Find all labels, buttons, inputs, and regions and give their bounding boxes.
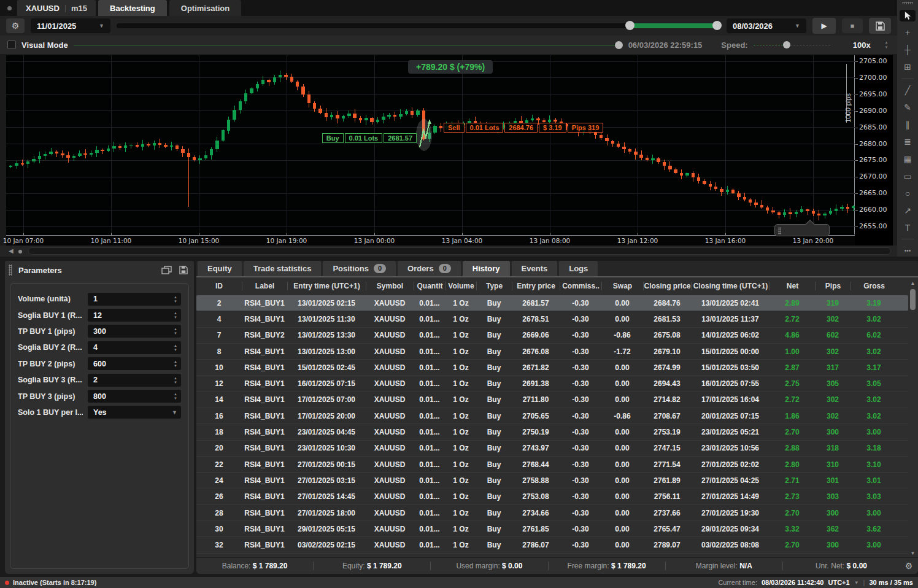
- chart-scrollbar-thumb[interactable]: [28, 247, 891, 255]
- param-stepper-input[interactable]: 800▲▼: [88, 390, 181, 403]
- end-date-select[interactable]: 08/03/2026 ▼: [727, 18, 806, 33]
- param-stepper-input[interactable]: 600▲▼: [88, 357, 181, 370]
- column-header-type[interactable]: Type: [476, 282, 512, 290]
- tab-orders[interactable]: Orders0: [398, 261, 461, 276]
- tab-equity[interactable]: Equity: [198, 261, 242, 276]
- column-header-entry-price[interactable]: Entry price: [512, 282, 560, 290]
- table-row[interactable]: 26RSI4_BUY127/01/2025 14:45XAUUSD0.01...…: [196, 489, 908, 505]
- freehand-tool-icon[interactable]: ✎: [900, 102, 916, 114]
- column-header-pips[interactable]: Pips: [815, 282, 850, 290]
- table-row[interactable]: 14RSI4_BUY117/01/2025 07:00XAUUSD0.01...…: [196, 392, 908, 408]
- price-axis[interactable]: 2705.002700.002695.002690.002685.002680.…: [855, 55, 893, 234]
- speed-slider[interactable]: [754, 41, 830, 48]
- date-range-slider[interactable]: [117, 23, 720, 28]
- channel-tool-icon[interactable]: ∥: [900, 119, 916, 131]
- visual-mode-checkbox[interactable]: [7, 41, 16, 49]
- param-stepper-input[interactable]: 4▲▼: [88, 341, 181, 354]
- table-row[interactable]: 18RSI4_BUY123/01/2025 04:45XAUUSD0.01...…: [196, 424, 908, 440]
- tab-events[interactable]: Events: [512, 261, 558, 276]
- pointer-tool-icon[interactable]: [900, 10, 916, 21]
- table-row[interactable]: 22RSI4_BUY127/01/2025 00:15XAUUSD0.01...…: [196, 457, 908, 473]
- ellipse-tool-icon[interactable]: ○: [900, 187, 916, 199]
- save-button[interactable]: [869, 18, 891, 34]
- column-header-volume[interactable]: Volume: [446, 282, 476, 290]
- playback-progress-slider[interactable]: [74, 41, 623, 49]
- column-header-closing-price[interactable]: Closing price: [643, 282, 691, 290]
- table-row[interactable]: 20RSI4_BUY123/01/2025 10:30XAUUSD0.01...…: [196, 441, 908, 457]
- scroll-down-icon[interactable]: ▼: [909, 551, 917, 556]
- sell-trade-label[interactable]: Sell0.01 Lots2684.76$ 3.19Pips 319: [444, 123, 603, 133]
- footer-settings-button[interactable]: ⚙: [900, 561, 918, 571]
- time-axis[interactable]: 10 Jan 07:0010 Jan 11:0010 Jan 15:0010 J…: [6, 235, 855, 245]
- column-header-symbol[interactable]: Symbol: [366, 282, 414, 290]
- tab-logs[interactable]: Logs: [559, 261, 598, 276]
- stepper-arrows-icon[interactable]: ▲▼: [174, 360, 177, 368]
- crosshair-tool-icon[interactable]: +: [900, 27, 916, 39]
- timezone-value[interactable]: UTC+1: [828, 579, 850, 586]
- column-header-entry-time-utc-1-[interactable]: Entry time (UTC+1): [287, 282, 366, 290]
- column-header-quantit[interactable]: Quantit: [414, 282, 446, 290]
- table-row[interactable]: 24RSI4_BUY127/01/2025 03:15XAUUSD0.01...…: [196, 473, 908, 489]
- stepper-arrows-icon[interactable]: ▲▼: [174, 327, 177, 335]
- scroll-left-icon[interactable]: ◀: [9, 247, 14, 254]
- pattern-tool-icon[interactable]: ▦: [900, 153, 916, 165]
- projection-tool-icon[interactable]: ↗: [900, 204, 916, 216]
- table-row[interactable]: 2RSI4_BUY113/01/2025 02:15XAUUSD0.01...1…: [196, 295, 908, 311]
- column-header-id[interactable]: ID: [196, 282, 242, 290]
- settings-button[interactable]: ⚙: [6, 18, 25, 33]
- speed-slider-handle[interactable]: [783, 41, 790, 48]
- price-chart[interactable]: +789.20 $ (+79%) Buy0.01 Lots2681.57 Sel…: [6, 55, 893, 246]
- text-tool-icon[interactable]: T: [900, 222, 916, 233]
- fibonacci-tool-icon[interactable]: ≣: [900, 136, 916, 148]
- candlestick-plot[interactable]: +789.20 $ (+79%) Buy0.01 Lots2681.57 Sel…: [6, 55, 855, 234]
- table-row[interactable]: 4RSI4_BUY113/01/2025 11:30XAUUSD0.01...1…: [196, 311, 908, 327]
- column-header-commiss-[interactable]: Commiss..: [560, 282, 601, 290]
- save-parameters-icon[interactable]: [179, 266, 188, 274]
- column-header-closing-time-utc-1-[interactable]: Closing time (UTC+1): [691, 282, 770, 290]
- param-stepper-input[interactable]: 2▲▼: [88, 374, 181, 387]
- tab-optimisation[interactable]: Optimisation: [169, 0, 241, 16]
- tab-backtesting[interactable]: Backtesting: [98, 0, 167, 16]
- column-header-gross[interactable]: Gross: [850, 282, 897, 290]
- buy-trade-label[interactable]: Buy0.01 Lots2681.57: [322, 133, 417, 143]
- stepper-arrows-icon[interactable]: ▲▼: [174, 344, 177, 352]
- param-stepper-input[interactable]: 12▲▼: [88, 309, 181, 322]
- tab-history[interactable]: History: [463, 261, 510, 276]
- stepper-arrows-icon[interactable]: ▲▼: [174, 311, 177, 319]
- more-tools-icon[interactable]: •••: [900, 245, 916, 257]
- table-row[interactable]: 28RSI4_BUY127/01/2025 18:00XAUUSD0.01...…: [196, 505, 908, 521]
- stop-button[interactable]: ■: [842, 18, 863, 33]
- column-header-swap[interactable]: Swap: [601, 282, 643, 290]
- scroll-position-chip[interactable]: [774, 224, 830, 236]
- table-row[interactable]: 32RSI4_BUY103/02/2025 02:15XAUUSD0.01...…: [196, 537, 908, 553]
- table-row[interactable]: 16RSI4_BUY117/01/2025 20:00XAUUSD0.01...…: [196, 408, 908, 424]
- table-row[interactable]: 7RSI4_BUY213/01/2025 13:30XAUUSD0.01...1…: [196, 328, 908, 344]
- popout-icon[interactable]: [161, 266, 172, 274]
- range-handle-start[interactable]: [625, 21, 634, 30]
- column-header-net[interactable]: Net: [770, 282, 815, 290]
- stepper-arrows-icon[interactable]: ▲▼: [174, 392, 177, 400]
- table-row[interactable]: 30RSI4_BUY129/01/2025 05:15XAUUSD0.01...…: [196, 521, 908, 537]
- start-date-select[interactable]: 11/01/2025 ▼: [31, 18, 110, 33]
- tab-positions[interactable]: Positions0: [323, 261, 396, 276]
- param-dropdown[interactable]: Yes▼: [88, 406, 181, 419]
- param-stepper-input[interactable]: 300▲▼: [88, 325, 181, 338]
- panel-grip-icon[interactable]: [9, 265, 12, 276]
- column-header-label[interactable]: Label: [242, 282, 287, 290]
- scroll-up-icon[interactable]: ▲: [909, 280, 917, 286]
- stepper-arrows-icon[interactable]: ▲▼: [174, 376, 177, 384]
- stepper-arrows-icon[interactable]: ▲▼: [174, 295, 177, 303]
- speed-stepper[interactable]: ▲▼: [885, 41, 889, 49]
- playback-progress-handle[interactable]: [615, 41, 623, 49]
- table-scrollbar[interactable]: ▲ ▼: [909, 280, 917, 556]
- chart-scrollbar[interactable]: ◀: [0, 246, 897, 257]
- table-row[interactable]: 10RSI4_BUY115/01/2025 02:45XAUUSD0.01...…: [196, 360, 908, 376]
- table-row[interactable]: 8RSI4_BUY113/01/2025 13:00XAUUSD0.01...1…: [196, 344, 908, 360]
- trend-line-tool-icon[interactable]: ╱: [900, 85, 916, 96]
- table-row[interactable]: 12RSI4_BUY116/01/2025 07:15XAUUSD0.01...…: [196, 376, 908, 392]
- table-scrollbar-thumb[interactable]: [910, 289, 916, 310]
- param-stepper-input[interactable]: 1▲▼: [88, 293, 181, 306]
- measure-tool-icon[interactable]: ┼: [900, 44, 916, 56]
- symbol-chip[interactable]: XAUUSD | m15: [17, 0, 96, 16]
- play-button[interactable]: ▶: [812, 18, 836, 34]
